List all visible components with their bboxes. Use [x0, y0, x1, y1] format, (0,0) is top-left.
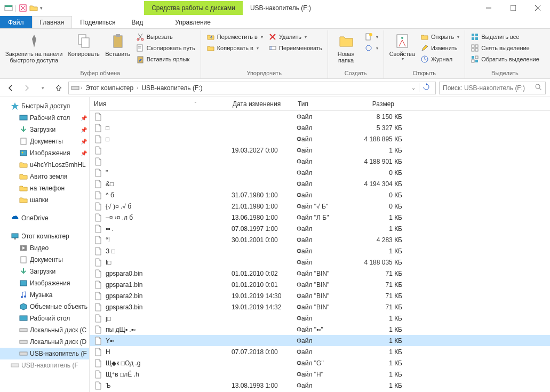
- file-row[interactable]: gpspara2.bin19.01.2019 14:30Файл "BIN"71…: [90, 290, 550, 301]
- file-row[interactable]: &□Файл4 194 304 КБ: [90, 178, 550, 189]
- search-input[interactable]: [443, 84, 535, 92]
- file-row[interactable]: f□Файл4 188 035 КБ: [90, 257, 550, 268]
- nav-documents[interactable]: Документы📌: [0, 135, 89, 147]
- move-to-button[interactable]: Переместить в▾: [204, 31, 265, 42]
- nav-folder-custom2[interactable]: Авито земля: [0, 171, 89, 182]
- file-row[interactable]: ▪▪ .07.08.1997 1:00Файл1 КБ: [90, 223, 550, 234]
- file-row[interactable]: З □Файл1 КБ: [90, 245, 550, 257]
- nav-onedrive[interactable]: OneDrive: [0, 212, 89, 224]
- nav-pictures2[interactable]: Изображения: [0, 277, 89, 289]
- properties-button[interactable]: Свойства ▾: [387, 31, 417, 63]
- breadcrumb-this-pc[interactable]: Этот компьютер: [83, 83, 135, 93]
- nav-usb-drive-f2[interactable]: USB-накопитель (F: [0, 359, 89, 371]
- maximize-button[interactable]: [501, 0, 525, 16]
- folder-qat-icon[interactable]: [29, 4, 38, 12]
- edit-button[interactable]: Изменить: [418, 43, 461, 53]
- file-row[interactable]: °!30.01.2001 0:00Файл4 283 КБ: [90, 234, 550, 245]
- tab-manage[interactable]: Управление: [167, 16, 219, 28]
- address-bar[interactable]: › Этот компьютер › USB-накопитель (F:) ⌄: [68, 82, 436, 94]
- up-button[interactable]: [52, 82, 65, 94]
- nav-pictures[interactable]: Изображения📌: [0, 147, 89, 159]
- open-button[interactable]: Открыть▾: [418, 31, 461, 42]
- nav-quick-access[interactable]: Быстрый доступ: [0, 100, 89, 112]
- close-button[interactable]: [525, 0, 550, 16]
- select-all-button[interactable]: Выделить все: [468, 31, 541, 42]
- file-row[interactable]: gpspara3.bin19.01.2019 14:32Файл "BIN"71…: [90, 301, 550, 313]
- nav-desktop2[interactable]: Рабочий стол: [0, 313, 89, 324]
- file-row[interactable]: пы дЩ▪ .▪▫Файл "▪▫"1 КБ: [90, 324, 550, 335]
- file-date: 19.01.2019 14:32: [232, 303, 297, 311]
- nav-music[interactable]: Музыка: [0, 289, 89, 301]
- nav-desktop[interactable]: Рабочий стол📌: [0, 112, 89, 124]
- chevron-right-icon[interactable]: ›: [81, 85, 82, 91]
- history-button[interactable]: Журнал: [418, 54, 461, 65]
- file-row[interactable]: Щ◆к □Од .gФайл "G"1 КБ: [90, 357, 550, 369]
- file-row[interactable]: –¤ ›¤ .л б13.06.1980 1:00Файл "Л Б"1 КБ: [90, 212, 550, 223]
- copy-path-button[interactable]: Скопировать путь: [134, 43, 197, 53]
- nav-folder-custom3[interactable]: на телефон: [0, 182, 89, 194]
- column-header-type[interactable]: Тип: [293, 98, 356, 110]
- file-row[interactable]: Файл4 188 901 КБ: [90, 156, 550, 167]
- rename-button[interactable]: Переименовать: [266, 43, 324, 53]
- nav-usb-drive-f[interactable]: USB-накопитель (F: [0, 348, 89, 359]
- file-row[interactable]: Ъ13.08.1993 1:00Файл1 КБ: [90, 380, 550, 391]
- paste-shortcut-button[interactable]: Вставить ярлык: [134, 54, 197, 65]
- file-row[interactable]: Файл8 150 КБ: [90, 111, 550, 122]
- search-box[interactable]: [439, 82, 546, 94]
- file-list[interactable]: Файл8 150 КБ□Файл5 327 КБ□Файл4 188 895 …: [90, 111, 550, 392]
- invert-selection-button[interactable]: Обратить выделение: [468, 54, 541, 65]
- nav-downloads[interactable]: Загрузки📌: [0, 124, 89, 135]
- easy-access-button[interactable]: ▾: [362, 43, 380, 53]
- nav-downloads2[interactable]: Загрузки: [0, 266, 89, 277]
- pin-to-quick-access-button[interactable]: Закрепить на панели быстрого доступа: [3, 31, 65, 65]
- file-row[interactable]: {√ )¤ .√ б21.01.1980 1:00Файл "√ Б"0 КБ: [90, 201, 550, 212]
- file-row[interactable]: □Файл4 188 895 КБ: [90, 133, 550, 145]
- tab-file[interactable]: Файл: [0, 16, 32, 28]
- ribbon-group-select: Выделить все Снять выделение Обратить вы…: [465, 30, 545, 78]
- address-dropdown-icon[interactable]: ⌄: [409, 85, 418, 91]
- delete-button[interactable]: Удалить▾: [266, 31, 324, 42]
- nav-folder-custom1[interactable]: u4hcYhLosz5mhHL: [0, 159, 89, 171]
- properties-qat-icon[interactable]: [19, 4, 27, 12]
- column-header-name[interactable]: Имя˄: [90, 98, 228, 110]
- tab-view[interactable]: Вид: [123, 16, 151, 28]
- nav-this-pc[interactable]: Этот компьютер: [0, 230, 89, 242]
- file-row[interactable]: □Файл5 327 КБ: [90, 122, 550, 133]
- nav-videos[interactable]: Видео: [0, 242, 89, 254]
- minimize-button[interactable]: [476, 0, 501, 16]
- tab-home[interactable]: Главная: [32, 16, 73, 28]
- column-header-size[interactable]: Размер: [356, 98, 399, 110]
- copy-to-button[interactable]: Копировать в▾: [204, 43, 265, 53]
- nav-local-disk-c[interactable]: Локальный диск (C: [0, 324, 89, 336]
- refresh-button[interactable]: [419, 83, 433, 92]
- tab-share[interactable]: Поделиться: [72, 16, 123, 28]
- back-button[interactable]: [4, 82, 17, 94]
- paste-button[interactable]: Вставить: [103, 31, 133, 58]
- copy-button[interactable]: Копировать: [66, 31, 101, 58]
- nav-local-disk-d[interactable]: Локальный диск (D: [0, 336, 89, 348]
- qat-dropdown-icon[interactable]: ▾: [40, 5, 43, 11]
- file-row[interactable]: Щ⁺в □лЁ .hФайл "H"1 КБ: [90, 369, 550, 380]
- file-row[interactable]: gpspara0.bin01.01.2010 0:02Файл "BIN"71 …: [90, 268, 550, 279]
- file-row[interactable]: j□Файл1 КБ: [90, 313, 550, 324]
- pictures-icon: [19, 149, 28, 157]
- file-row[interactable]: 19.03.2027 0:00Файл1 КБ: [90, 145, 550, 156]
- nav-documents2[interactable]: Документы: [0, 254, 89, 266]
- new-item-button[interactable]: ▾: [362, 31, 380, 42]
- file-row[interactable]: Н07.07.2018 0:00Файл1 КБ: [90, 346, 550, 357]
- file-row[interactable]: Y▪▫Файл1 КБ: [90, 335, 550, 346]
- file-row[interactable]: gpspara1.bin01.01.2010 0:01Файл "BIN"71 …: [90, 279, 550, 290]
- chevron-right-icon[interactable]: ›: [137, 85, 138, 91]
- breadcrumb-current[interactable]: USB-накопитель (F:): [139, 83, 204, 93]
- file-row[interactable]: ^ б31.07.1980 1:00Файл0 КБ: [90, 189, 550, 201]
- forward-button[interactable]: [20, 82, 33, 94]
- select-none-button[interactable]: Снять выделение: [468, 43, 541, 53]
- nav-folder-custom4[interactable]: шапки: [0, 194, 89, 206]
- cut-button[interactable]: Вырезать: [134, 31, 197, 42]
- recent-locations-button[interactable]: ▾: [36, 82, 49, 94]
- nav-3d-objects[interactable]: Объемные объекть: [0, 301, 89, 313]
- desktop-icon: [19, 114, 28, 122]
- column-header-date[interactable]: Дата изменения: [228, 98, 293, 110]
- file-row[interactable]: "Файл0 КБ: [90, 167, 550, 178]
- new-folder-button[interactable]: Новая папка: [331, 31, 361, 65]
